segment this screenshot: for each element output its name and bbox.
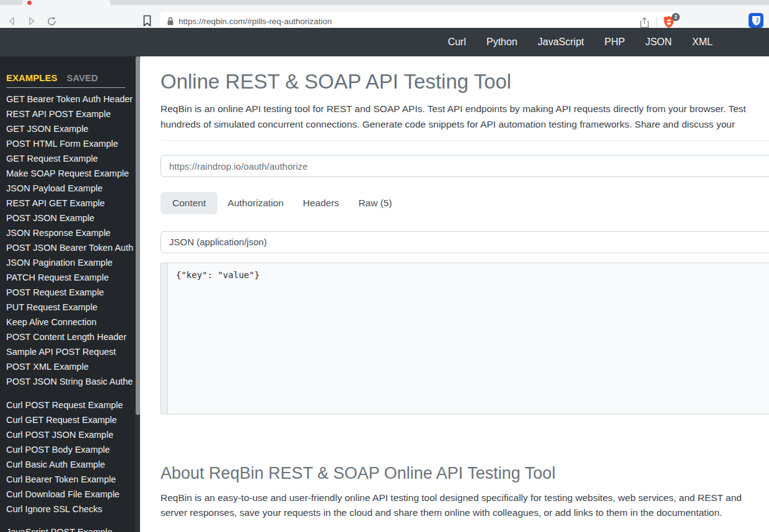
sidebar-tabs: EXAMPLES SAVED bbox=[6, 72, 98, 83]
content-divider bbox=[160, 140, 769, 141]
feature-list: Test APIs, websites and web services onl… bbox=[160, 529, 769, 532]
sidebar-example-link[interactable]: Sample API POST Request bbox=[6, 344, 133, 359]
sidebar-example-link[interactable]: Curl Ignore SSL Checks bbox=[6, 502, 133, 517]
sidebar-tab-saved[interactable]: SAVED bbox=[67, 72, 99, 83]
request-body-code[interactable]: {"key": "value"} bbox=[176, 270, 260, 280]
lock-icon bbox=[167, 17, 174, 26]
sidebar-example-link[interactable]: REST API POST Example bbox=[6, 107, 133, 121]
sidebar-example-link[interactable]: POST JSON Example bbox=[6, 211, 133, 225]
sidebar-example-link[interactable]: POST Content Length Header bbox=[6, 329, 133, 344]
sidebar-example-link[interactable]: JSON Payload Example bbox=[6, 181, 133, 196]
about-line: server responses, save your requests in … bbox=[160, 505, 769, 520]
reload-button[interactable] bbox=[43, 13, 59, 29]
main-nav: CurlPythonJavaScriptPHPJSONXML bbox=[448, 28, 713, 56]
forward-icon bbox=[26, 15, 37, 27]
request-tabs: Content Authorization Headers Raw (5) bbox=[160, 192, 769, 214]
sidebar-example-link[interactable]: POST JSON Bearer Token Auth bbox=[6, 240, 133, 255]
examples-list-curl: Curl POST Request ExampleCurl GET Reques… bbox=[6, 398, 133, 517]
examples-list-javascript: JavaScript POST Example bbox=[6, 525, 133, 532]
tab-headers[interactable]: Headers bbox=[294, 192, 349, 214]
about-line: ReqBin is an easy-to-use and user-friend… bbox=[160, 491, 769, 505]
nav-link[interactable]: Python bbox=[486, 37, 517, 48]
sidebar-example-link[interactable]: JSON Response Example bbox=[6, 225, 133, 240]
tab-content[interactable]: Content bbox=[160, 192, 218, 214]
sidebar-example-link[interactable]: Curl POST Request Example bbox=[6, 398, 133, 412]
toolbar-divider bbox=[656, 16, 657, 28]
examples-list-general: GET Bearer Token Auth HeaderREST API POS… bbox=[6, 92, 133, 389]
sidebar-example-link[interactable]: Keep Alive Connection bbox=[6, 315, 133, 329]
sidebar-divider bbox=[6, 87, 125, 88]
bitwarden-shield-icon bbox=[752, 15, 761, 26]
sidebar-example-link[interactable]: REST API GET Example bbox=[6, 196, 133, 211]
editor-gutter bbox=[161, 263, 168, 414]
browser-toolbar: https://reqbin.com/#pills-req-authorizat… bbox=[0, 5, 769, 28]
sidebar-example-link[interactable]: GET Request Example bbox=[6, 151, 133, 166]
site-navbar: REQBIN CurlPythonJavaScriptPHPJSONXML bbox=[0, 28, 769, 56]
nav-link[interactable]: JavaScript bbox=[538, 37, 584, 48]
sidebar-example-link[interactable]: Curl POST Body Example bbox=[6, 442, 133, 457]
sidebar-example-link[interactable]: Curl Bearer Token Example bbox=[6, 472, 133, 487]
tab-authorization[interactable]: Authorization bbox=[218, 192, 292, 214]
sidebar-scrollbar-thumb[interactable] bbox=[136, 56, 140, 415]
sidebar-example-link[interactable]: Make SOAP Request Example bbox=[6, 166, 133, 181]
bookmark-button[interactable] bbox=[139, 12, 155, 28]
address-url-text: https://reqbin.com/#pills-req-authorizat… bbox=[178, 17, 332, 26]
nav-link[interactable]: PHP bbox=[605, 37, 625, 48]
sidebar-example-link[interactable]: Curl Download File Example bbox=[6, 487, 133, 502]
tab-raw[interactable]: Raw (5) bbox=[349, 192, 401, 214]
intro-line: hundreds of simulated concurrent connect… bbox=[160, 116, 769, 132]
request-url-input[interactable] bbox=[160, 155, 769, 177]
bookmark-icon bbox=[143, 15, 152, 27]
sidebar-tab-examples[interactable]: EXAMPLES bbox=[6, 72, 58, 83]
feature-list-item: Test APIs, websites and web services onl… bbox=[185, 529, 769, 532]
bitwarden-extension-button[interactable] bbox=[749, 13, 763, 28]
sidebar-example-link[interactable]: GET JSON Example bbox=[6, 121, 133, 136]
nav-link[interactable]: Curl bbox=[448, 37, 466, 48]
browser-tab-strip bbox=[0, 0, 769, 5]
reload-icon bbox=[46, 15, 58, 27]
page-title: Online REST & SOAP API Testing Tool bbox=[160, 69, 769, 95]
content-type-select[interactable]: JSON (application/json) bbox=[160, 231, 769, 253]
brave-badge: 2 bbox=[672, 13, 680, 21]
share-icon bbox=[639, 17, 649, 28]
back-button[interactable] bbox=[4, 13, 20, 29]
sidebar-example-link[interactable]: Curl POST JSON Example bbox=[6, 427, 133, 442]
sidebar-example-link[interactable]: PUT Request Example bbox=[6, 300, 133, 315]
browser-active-tab[interactable] bbox=[22, 0, 110, 5]
request-body-editor[interactable]: {"key": "value"} bbox=[160, 263, 769, 414]
sidebar-example-link[interactable]: Curl GET Request Example bbox=[6, 412, 133, 427]
nav-link[interactable]: JSON bbox=[645, 37, 672, 48]
main-content: Online REST & SOAP API Testing Tool ReqB… bbox=[140, 56, 769, 532]
sidebar-example-link[interactable]: POST XML Example bbox=[6, 359, 133, 374]
about-title: About ReqBin REST & SOAP Online API Test… bbox=[160, 462, 769, 484]
tab-favicon-icon bbox=[27, 1, 32, 5]
sidebar: EXAMPLES SAVED GET Bearer Token Auth Hea… bbox=[0, 56, 135, 532]
sidebar-example-link[interactable]: JSON Pagination Example bbox=[6, 255, 133, 270]
forward-button[interactable] bbox=[24, 13, 40, 29]
sidebar-example-link[interactable]: POST Request Example bbox=[6, 285, 133, 300]
sidebar-example-link[interactable]: POST JSON String Basic Authen bbox=[6, 374, 133, 389]
nav-link[interactable]: XML bbox=[692, 37, 713, 48]
about-paragraph: ReqBin is an easy-to-use and user-friend… bbox=[160, 491, 769, 520]
intro-paragraph: ReqBin is an online API testing tool for… bbox=[160, 101, 769, 132]
sidebar-example-link[interactable]: JavaScript POST Example bbox=[6, 525, 133, 532]
sidebar-example-link[interactable]: PATCH Request Example bbox=[6, 270, 133, 285]
sidebar-example-link[interactable]: GET Bearer Token Auth Header bbox=[6, 92, 133, 107]
sidebar-example-link[interactable]: Curl Basic Auth Example bbox=[6, 457, 133, 472]
intro-line: ReqBin is an online API testing tool for… bbox=[160, 101, 769, 116]
sidebar-example-link[interactable]: POST HTML Form Example bbox=[6, 136, 133, 151]
back-icon bbox=[6, 15, 17, 27]
